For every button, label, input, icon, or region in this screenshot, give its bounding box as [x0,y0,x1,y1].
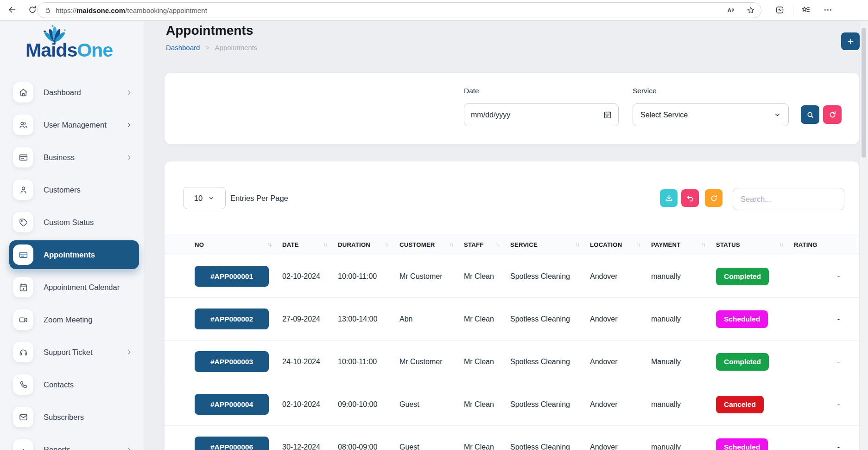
column-label: STAFF [464,241,483,248]
search-input-field[interactable] [733,195,844,204]
lock-icon [44,6,51,14]
column-header-duration[interactable]: DURATION↑↓ [338,241,399,248]
sidebar-item-business[interactable]: Business [0,143,144,172]
chevron-right-icon [126,349,133,356]
brand-name: MaidsOne [25,41,113,60]
cell-status: Completed [716,268,794,285]
phone-icon [13,374,33,395]
mail-icon [13,407,33,427]
more-menu-button[interactable] [823,5,833,16]
column-label: STATUS [716,241,740,248]
undo-button[interactable] [681,189,699,207]
scrollbar-thumb[interactable] [862,28,866,158]
sidebar-item-custom-status[interactable]: Custom Status [0,208,144,237]
sidebar-item-dashboard[interactable]: Dashboard [0,78,144,107]
entries-per-page-select[interactable]: 10 [183,187,226,209]
page-title: Appointments [166,23,253,38]
chevron-right-icon [126,89,133,96]
sidebar-item-appointments[interactable]: Appointments [9,240,139,269]
refresh-table-button[interactable] [705,189,722,207]
filter-search-button[interactable] [801,105,819,124]
filter-reset-button[interactable] [823,105,842,124]
column-header-payment[interactable]: PAYMENT↑↓ [651,241,716,248]
undo-arrow-icon [686,194,695,203]
appointment-id-badge[interactable]: #APP000003 [195,351,269,372]
address-bar[interactable]: https://maidsone.com/teambooking/appoint… [37,2,761,18]
column-header-staff[interactable]: STAFF↑↓ [464,241,510,248]
page-scrollbar[interactable] [860,20,868,450]
sidebar-item-label: Support Ticket [44,348,92,357]
calendar-icon [13,277,33,297]
back-arrow-icon [7,5,17,15]
url-text: https://maidsone.com/teambooking/appoint… [56,6,207,14]
back-button[interactable] [6,5,18,16]
sort-arrows-icon: ↑↓ [449,242,454,247]
date-filter-input[interactable] [464,103,619,126]
sidebar-item-subscribers[interactable]: Subscribers [0,403,144,431]
column-label: LOCATION [590,241,622,248]
cell-date: 30-12-2024 [282,443,338,450]
column-label: SERVICE [510,241,538,248]
column-header-rating: RATING [794,241,841,248]
sidebar-item-label: Reports [44,445,70,450]
cell-customer: Guest [399,443,464,450]
headset-icon [13,342,33,362]
sort-arrows-icon: ↑↓ [385,242,389,247]
column-header-status[interactable]: STATUS↑↓ [716,241,794,248]
cell-no: #APP000001 [195,266,282,287]
appointment-id-badge[interactable]: #APP000004 [195,394,269,415]
appointment-id-badge[interactable]: #APP000006 [195,437,269,450]
read-aloud-button[interactable]: A [727,6,736,15]
appointment-card-icon [13,244,33,265]
status-badge: Scheduled [716,310,768,328]
appointment-id-badge[interactable]: #APP000001 [195,266,269,287]
cell-location: Andover [590,315,651,323]
cell-staff: Mr Clean [464,272,510,281]
browser-essentials-button[interactable] [775,5,785,16]
breadcrumb-dashboard-link[interactable]: Dashboard [166,44,200,51]
date-input-field[interactable] [464,111,618,119]
table-row: #APP00000630-12-202408:00-09:00GuestMr C… [165,426,859,450]
favorite-star-button[interactable] [746,6,755,15]
sidebar-item-appointment-calendar[interactable]: Appointment Calendar [0,273,144,302]
cell-date: 02-10-2024 [282,272,338,281]
column-header-no[interactable]: NO↑↓ [195,241,282,248]
sidebar-item-label: Customers [44,186,81,194]
sidebar-item-zoom-meeting[interactable]: Zoom Meeting [0,305,144,334]
sidebar-item-contacts[interactable]: Contacts [0,370,144,399]
add-appointment-button[interactable] [841,32,860,50]
export-download-button[interactable] [660,189,678,207]
column-header-date[interactable]: DATE↑↓ [282,241,338,248]
table-row: #APP00000102-10-202410:00-11:00Mr Custom… [165,255,859,298]
cell-rating: - [794,443,841,450]
cell-customer: Mr Customer [399,272,464,281]
cell-date: 27-09-2024 [282,315,338,323]
column-header-service[interactable]: SERVICE↑↓ [510,241,590,248]
cell-service: Spotless Cleaning [510,315,590,323]
sidebar-nav: DashboardUser ManagementBusinessCustomer… [0,58,144,450]
cell-duration: 08:00-09:00 [338,443,399,450]
favorite-star-icon [746,6,755,15]
column-header-customer[interactable]: CUSTOMER↑↓ [399,241,464,248]
column-header-location[interactable]: LOCATION↑↓ [590,241,651,248]
sidebar-item-reports[interactable]: Reports [0,435,144,450]
cell-staff: Mr Clean [464,358,510,366]
sidebar-item-user-management[interactable]: User Management [0,110,144,139]
favorites-button[interactable] [801,5,811,16]
breadcrumb: Dashboard > Appointments [166,44,257,51]
table-search-input[interactable] [733,188,844,210]
sidebar-item-customers[interactable]: Customers [0,175,144,204]
sidebar-item-support-ticket[interactable]: Support Ticket [0,338,144,366]
sidebar: MaidsOne DashboardUser ManagementBusines… [0,20,144,450]
appointment-id-badge[interactable]: #APP000002 [195,309,269,329]
sidebar-item-label: Dashboard [44,88,81,97]
sidebar-item-label: Appointment Calendar [44,283,120,292]
cell-service: Spotless Cleaning [510,443,590,450]
read-aloud-icon: A [727,6,736,15]
cell-service: Spotless Cleaning [510,358,590,366]
sidebar-item-label: User Management [44,121,107,129]
service-filter-select[interactable]: Select Service [633,103,789,126]
reload-button[interactable] [27,5,38,16]
sidebar-item-label: Custom Status [44,218,94,227]
cell-status: Completed [716,353,794,371]
